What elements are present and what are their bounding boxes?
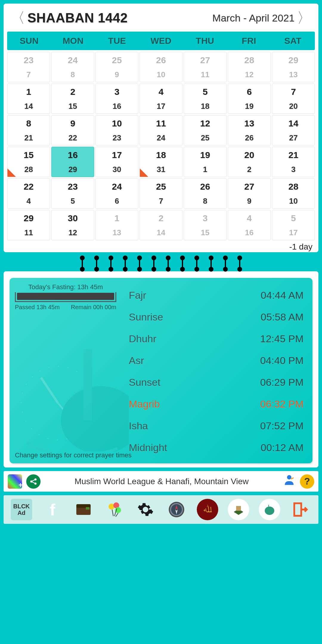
next-month-button[interactable]: 〉	[295, 8, 314, 27]
prev-month-button[interactable]: 〈	[8, 8, 27, 27]
calendar-day[interactable]: 237	[7, 52, 50, 82]
gregorian-day: 20	[289, 102, 298, 111]
gregorian-day: 7	[159, 196, 163, 206]
prayer-row[interactable]: Magrib06:32 PM	[127, 393, 305, 415]
calendar-day[interactable]: 2812	[228, 52, 271, 82]
settings-icon[interactable]	[135, 499, 156, 520]
quran-icon[interactable]	[228, 499, 249, 520]
gregorian-day: 17	[157, 102, 165, 111]
calendar-day[interactable]: 1528	[7, 147, 50, 177]
calendar-day[interactable]: 1124	[140, 115, 182, 145]
calendar-day[interactable]: 1326	[228, 115, 271, 145]
gregorian-day: 6	[115, 196, 119, 206]
wallet-icon[interactable]	[73, 499, 94, 520]
calendar-day[interactable]: 1225	[184, 115, 227, 145]
hijri-day: 2	[159, 213, 164, 223]
calendar-day[interactable]: 1629	[51, 147, 94, 177]
calendar-day[interactable]: 248	[51, 52, 94, 82]
calendar-day[interactable]: 257	[140, 178, 182, 209]
calendar-day[interactable]: 1023	[95, 115, 138, 145]
calendar-day[interactable]: 316	[95, 83, 138, 114]
gregorian-day: 8	[203, 196, 207, 206]
calendar-day[interactable]: 518	[184, 83, 227, 114]
calendar-day[interactable]: 416	[228, 210, 271, 240]
gregorian-day: 21	[24, 133, 33, 143]
svg-point-3	[61, 386, 129, 451]
calendar-day[interactable]: 213	[272, 147, 315, 177]
svg-rect-25	[236, 506, 241, 511]
prayer-name: Dhuhr	[129, 333, 157, 345]
add-widget-icon[interactable]: +	[8, 474, 22, 489]
user-rating-icon[interactable]	[283, 473, 296, 489]
prayer-row[interactable]: Asr04:40 PM	[127, 350, 305, 371]
allah-icon[interactable]: ﷲ	[197, 499, 218, 520]
svg-line-9	[32, 482, 35, 483]
calendar-day[interactable]: 114	[7, 83, 50, 114]
hijri-day: 15	[24, 150, 33, 160]
prayer-row[interactable]: Midnight00:12 AM	[127, 437, 305, 459]
calendar-day[interactable]: 224	[7, 178, 50, 209]
calendar-day[interactable]: 2913	[272, 52, 315, 82]
calendar-day[interactable]: 1831	[140, 147, 182, 177]
hijri-day: 25	[156, 182, 166, 192]
hijri-day: 26	[156, 55, 166, 65]
fasting-box: Today's Fasting: 13h 45m Passed 13h 45m …	[15, 283, 116, 311]
prayer-name: Magrib	[129, 398, 160, 410]
calendar-day[interactable]: 235	[51, 178, 94, 209]
calendar-day[interactable]: 1427	[272, 115, 315, 145]
calendar-day[interactable]: 279	[228, 178, 271, 209]
calendar-day[interactable]: 1730	[95, 147, 138, 177]
settings-hint[interactable]: Change settings for correct prayer times	[15, 451, 131, 459]
gregorian-day: 12	[69, 228, 77, 237]
help-icon[interactable]: ?	[300, 474, 314, 489]
prayer-row[interactable]: Fajr04:44 AM	[127, 284, 305, 306]
gregorian-day: 27	[289, 133, 298, 143]
gregorian-day: 23	[113, 133, 121, 143]
prayer-name: Sunset	[129, 377, 160, 388]
calendar-day[interactable]: 113	[95, 210, 138, 240]
calendar-day[interactable]: 417	[140, 83, 182, 114]
balloons-icon[interactable]	[104, 499, 125, 520]
calendar-day[interactable]: 268	[184, 178, 227, 209]
mosque-dome-icon[interactable]	[259, 499, 280, 520]
prayer-row[interactable]: Sunrise05:58 AM	[127, 306, 305, 328]
weekday-label: SUN	[7, 32, 51, 50]
calendar-day[interactable]: 315	[184, 210, 227, 240]
calendar-day[interactable]: 2610	[140, 52, 182, 82]
calendar-day[interactable]: 259	[95, 52, 138, 82]
calendar-day[interactable]: 191	[184, 147, 227, 177]
compass-icon[interactable]	[166, 499, 187, 520]
calendar-day[interactable]: 821	[7, 115, 50, 145]
calendar-day[interactable]: 720	[272, 83, 315, 114]
calendar-day[interactable]: 215	[51, 83, 94, 114]
facebook-icon[interactable]: f	[42, 499, 63, 520]
calendar-day[interactable]: 246	[95, 178, 138, 209]
prayer-panel: Today's Fasting: 13h 45m Passed 13h 45m …	[10, 278, 312, 463]
calendar-day[interactable]: 619	[228, 83, 271, 114]
gregorian-day: 9	[115, 70, 119, 79]
calendar-day[interactable]: 2911	[7, 210, 50, 240]
gregorian-day: 2	[247, 165, 251, 174]
block-ad-button[interactable]: BLCKAd	[11, 499, 32, 520]
calendar-day[interactable]: 2810	[272, 178, 315, 209]
prayer-time: 00:12 AM	[261, 442, 304, 453]
calendar-day[interactable]: 214	[140, 210, 182, 240]
calendar-day[interactable]: 202	[228, 147, 271, 177]
weekday-row: SUNMONTUEWEDTHUFRISAT	[7, 32, 315, 50]
calendar-day[interactable]: 517	[272, 210, 315, 240]
weekday-label: THU	[183, 32, 227, 50]
calendar-day[interactable]: 2711	[184, 52, 227, 82]
calendar-day[interactable]: 3012	[51, 210, 94, 240]
prayer-row[interactable]: Dhuhr12:45 PM	[127, 328, 305, 350]
prayer-row[interactable]: Sunset06:29 PM	[127, 371, 305, 393]
exit-icon[interactable]	[290, 499, 311, 520]
hijri-day: 26	[200, 182, 210, 192]
gregorian-day: 26	[245, 133, 254, 143]
svg-point-10	[287, 475, 292, 480]
calendar-day[interactable]: 922	[51, 115, 94, 145]
share-icon[interactable]	[26, 474, 41, 489]
prayer-row[interactable]: Isha07:52 PM	[127, 415, 305, 437]
weekday-label: FRI	[227, 32, 271, 50]
prayer-time: 04:40 PM	[260, 355, 304, 366]
weekday-label: SAT	[271, 32, 315, 50]
